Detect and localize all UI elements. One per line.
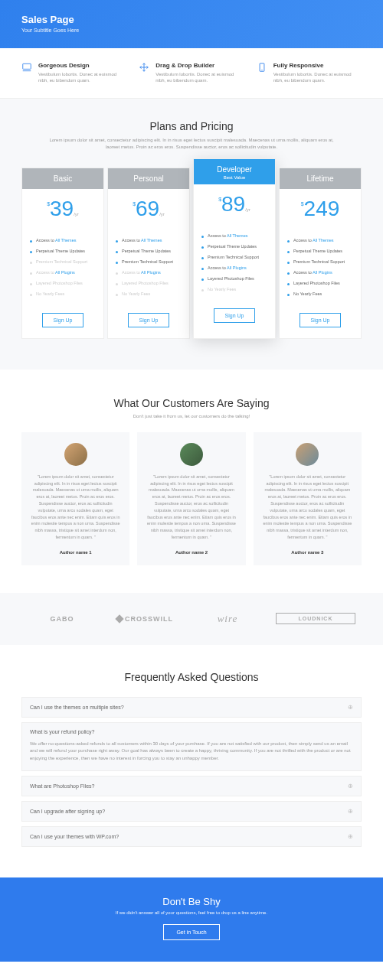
plan-feature-link[interactable]: All Themes (141, 238, 162, 243)
cta-title: Don't Be Shy (21, 896, 362, 907)
faq-section: Frequently Asked Questions Can I use the… (0, 645, 383, 877)
hero: Sales Page Your Subtitle Goes Here (0, 0, 383, 48)
plan-header: DeveloperBest Value (194, 159, 275, 184)
feature-desc: Vestibulum lobortis. Donec at euismod ni… (273, 71, 362, 84)
plan-price: $89/yr (194, 184, 275, 224)
signup-button[interactable]: Sign Up (42, 313, 84, 327)
testimonial-author: Author name 2 (146, 550, 236, 555)
testimonial-author: Author name 3 (263, 550, 352, 555)
plan-feature: Perpetual Theme Updates (30, 246, 96, 256)
plan-basic: Basic$39/yrAccess to All ThemesPerpetual… (21, 168, 104, 339)
feature-icon (257, 62, 267, 73)
plan-feature: Access to All Plugins (116, 267, 182, 278)
plan-feature: Premium Technical Support (201, 252, 267, 262)
feature-desc: Vestibulum lobortis. Donec at euismod ni… (38, 71, 126, 84)
testimonials-section: What Our Customers Are Saying Don't just… (0, 370, 383, 593)
plan-feature: Premium Technical Support (287, 256, 353, 267)
feature-item: Drag & Drop BuilderVestibulum lobortis. … (139, 62, 244, 84)
plan-feature: Perpetual Theme Updates (116, 246, 182, 256)
plan-feature-link[interactable]: All Plugins (141, 270, 161, 275)
plan-feature: Access to All Plugins (30, 267, 96, 278)
faq-question[interactable]: Can I use your themes with WP.com?⊕ (22, 827, 361, 846)
feature-item: Gorgeous DesignVestibulum lobortis. Done… (21, 62, 126, 84)
faq-title: Frequently Asked Questions (21, 671, 362, 683)
get-in-touch-button[interactable]: Get in Touch (163, 924, 219, 940)
feature-desc: Vestibulum lobortis. Donec at euismod ni… (155, 71, 244, 84)
avatar (180, 443, 203, 466)
faq-question[interactable]: Can I upgrade after signing up?⊕ (22, 802, 361, 821)
plan-feature: Layered Photoshop Files (30, 278, 96, 288)
pricing-title: Plans and Pricing (21, 120, 362, 132)
testimonial-text: "Lorem ipsum dolor sit amet, consectetur… (146, 474, 236, 541)
faq-question[interactable]: Can I use the themes on multiple sites?⊕ (22, 698, 361, 717)
faq-item: What are Photoshop Files?⊕ (21, 776, 362, 796)
faq-item: Can I use your themes with WP.com?⊕ (21, 826, 362, 847)
plan-feature: Access to All Themes (201, 230, 267, 241)
avatar (64, 443, 87, 466)
faq-item: Can I upgrade after signing up?⊕ (21, 801, 362, 822)
page-title: Sales Page (21, 14, 362, 25)
expand-icon: ⊕ (348, 704, 353, 711)
signup-button[interactable]: Sign Up (128, 313, 170, 327)
plan-feature: Access to All Themes (116, 235, 182, 246)
testimonials-sub: Don't just take it from us, let our cust… (21, 414, 362, 418)
best-value-label: Best Value (197, 175, 272, 180)
plan-feature: Perpetual Theme Updates (201, 241, 267, 252)
plan-feature-link[interactable]: All Themes (55, 238, 76, 243)
plan-feature-link[interactable]: All Plugins (313, 270, 332, 275)
plan-feature: Layered Photoshop Files (116, 278, 182, 288)
plan-features: Access to All ThemesPerpetual Theme Upda… (194, 224, 275, 301)
plan-header: Lifetime (280, 168, 361, 189)
testimonial-text: "Lorem ipsum dolor sit amet, consectetur… (31, 474, 120, 541)
plan-feature-link[interactable]: All Plugins (55, 270, 75, 275)
expand-icon: ⊕ (348, 783, 353, 790)
page-subtitle: Your Subtitle Goes Here (21, 28, 362, 33)
pricing-section: Plans and Pricing Lorem ipsum dolor sit … (0, 99, 383, 370)
faq-question[interactable]: What is your refund policy? (22, 723, 361, 741)
plan-personal: Personal$69/yrAccess to All ThemesPerpet… (107, 168, 190, 339)
features-row: Gorgeous DesignVestibulum lobortis. Done… (0, 48, 383, 99)
plan-feature-link[interactable]: All Plugins (227, 265, 247, 270)
plan-features: Access to All ThemesPerpetual Theme Upda… (22, 229, 103, 305)
plan-name: Basic (25, 174, 100, 183)
plan-feature: No Yearly Fees (201, 284, 267, 295)
feature-title: Drag & Drop Builder (155, 62, 244, 69)
plan-price: $69/yr (108, 189, 189, 229)
signup-button[interactable]: Sign Up (300, 313, 342, 327)
cta-section: Don't Be Shy If we didn't answer all of … (0, 877, 383, 962)
testimonial-text: "Lorem ipsum dolor sit amet, consectetur… (263, 474, 352, 541)
plan-feature: No Yearly Fees (30, 288, 96, 299)
plan-feature-link[interactable]: All Themes (227, 233, 247, 238)
feature-title: Gorgeous Design (38, 62, 126, 69)
plan-features: Access to All ThemesPerpetual Theme Upda… (280, 229, 361, 305)
testimonials-title: What Our Customers Are Saying (21, 397, 362, 409)
brand-logo: LOUDNICK (276, 613, 355, 624)
plan-feature: Access to All Plugins (201, 262, 267, 273)
plan-feature: Perpetual Theme Updates (287, 246, 353, 256)
plan-price: $249 (280, 189, 361, 229)
expand-icon: ⊕ (348, 833, 353, 840)
feature-icon (21, 62, 32, 73)
plan-feature: Premium Technical Support (30, 256, 96, 267)
plan-feature: Layered Photoshop Files (287, 278, 353, 288)
plan-feature: No Yearly Fees (287, 288, 353, 299)
plan-feature: Layered Photoshop Files (201, 273, 267, 284)
cta-sub: If we didn't answer all of your question… (21, 910, 362, 915)
plan-features: Access to All ThemesPerpetual Theme Upda… (108, 229, 189, 305)
plan-name: Developer (197, 165, 272, 174)
testimonial-author: Author name 1 (31, 550, 120, 555)
testimonial-card: "Lorem ipsum dolor sit amet, consectetur… (21, 432, 129, 565)
testimonial-card: "Lorem ipsum dolor sit amet, consectetur… (254, 432, 362, 565)
faq-question[interactable]: What are Photoshop Files?⊕ (22, 777, 361, 796)
signup-button[interactable]: Sign Up (214, 308, 256, 323)
plan-feature-link[interactable]: All Themes (313, 238, 333, 243)
logos-row: GABOCROSSWILLwireLOUDNICK (0, 593, 383, 645)
plan-feature: Access to All Themes (30, 235, 96, 246)
plan-header: Basic (22, 168, 103, 189)
plan-feature: Access to All Themes (287, 235, 353, 246)
faq-answer: We offer no-questions-asked refunds to a… (22, 741, 361, 770)
faq-item: What is your refund policy?We offer no-q… (21, 722, 362, 771)
plan-feature: No Yearly Fees (116, 288, 182, 299)
feature-title: Fully Responsive (273, 62, 362, 69)
plan-price: $39/yr (22, 189, 103, 229)
